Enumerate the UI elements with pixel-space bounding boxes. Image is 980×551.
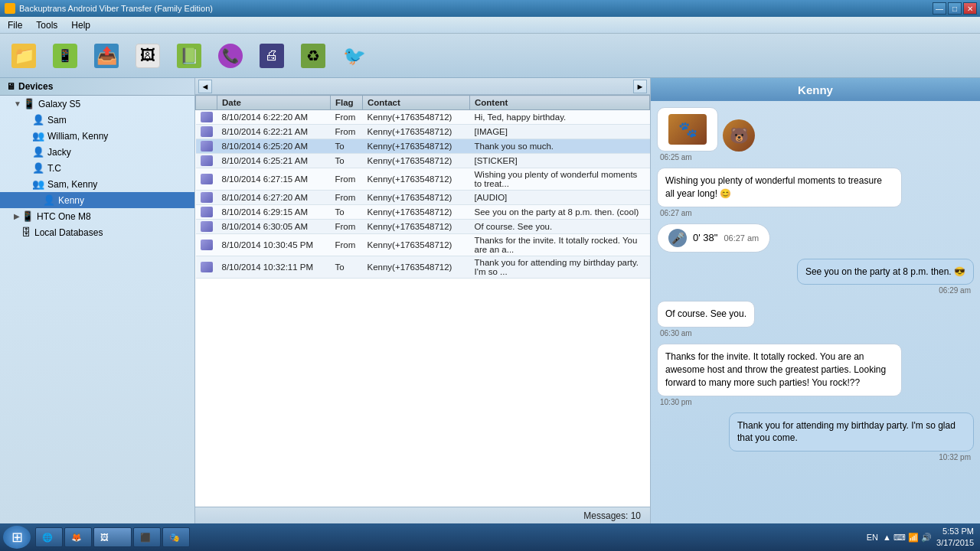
row-icon-cell	[196, 205, 217, 220]
col-flag[interactable]: Flag	[331, 96, 363, 110]
message-text: Thanks for the invite. It totally rocked…	[665, 351, 886, 388]
audio-duration: 0' 38"	[693, 232, 717, 243]
chat-contact-name: Kenny	[798, 83, 833, 96]
sidebar-item-tc[interactable]: ▶👤T.C	[0, 160, 194, 176]
table-toolbar: ◄ ►	[195, 78, 650, 95]
table-row[interactable]: 8/10/2014 6:22:21 AM From Kenny(+1763548…	[196, 125, 650, 139]
tree-node-label: Jacky	[47, 147, 71, 158]
tree-node-icon: 🗄	[21, 227, 31, 238]
sidebar-item-galaxy-s5[interactable]: ▼📱Galaxy S5	[0, 96, 194, 112]
table-row[interactable]: 8/10/2014 6:30:05 AM From Kenny(+1763548…	[196, 220, 650, 234]
taskbar: ⊞ 🌐 🦊 🖼 ⬛ 🎭 EN ▲ ⌨ 📶 🔊 5:53 PM 3/17/2015	[0, 523, 980, 551]
message-text: Of course. See you.	[665, 308, 746, 319]
row-icon-cell	[196, 168, 217, 191]
col-date[interactable]: Date	[217, 96, 331, 110]
table-body: 8/10/2014 6:22:20 AM From Kenny(+1763548…	[196, 110, 650, 279]
tree-node-label: Galaxy S5	[38, 99, 80, 109]
table-row[interactable]: 8/10/2014 6:22:20 AM From Kenny(+1763548…	[196, 110, 650, 125]
messages-count: Messages: 10	[583, 510, 641, 521]
chat-header: Kenny	[651, 78, 980, 101]
row-contact: Kenny(+1763548712)	[363, 168, 470, 191]
open-folder-button[interactable]: 📁	[6, 38, 41, 73]
tree-node-icon: 📱	[23, 98, 35, 109]
message-icon	[201, 262, 213, 272]
taskbar-ie[interactable]: 🌐	[35, 527, 63, 547]
expand-button[interactable]: ►	[633, 80, 647, 93]
row-content: [STICKER]	[470, 154, 650, 168]
row-flag: From	[331, 125, 363, 139]
message-bubble: Thanks for the invite. It totally rocked…	[657, 344, 902, 396]
message-icon	[201, 141, 213, 152]
table-row[interactable]: 8/10/2014 6:25:20 AM To Kenny(+176354871…	[196, 139, 650, 154]
message-icon	[201, 207, 213, 217]
row-icon-cell	[196, 154, 217, 168]
message-icon	[201, 112, 213, 122]
col-contact[interactable]: Contact	[363, 96, 470, 110]
col-content[interactable]: Content	[470, 96, 650, 110]
taskbar-tray: ▲ ⌨ 📶 🔊	[883, 533, 932, 543]
message-text: Thank you for attending my birthday part…	[737, 420, 956, 444]
sidebar: 🖥 Devices ▼📱Galaxy S5▶👤Sam▶👥William, Ken…	[0, 78, 195, 523]
taskbar-cmd[interactable]: ⬛	[133, 527, 161, 547]
tools-button[interactable]: 🐦	[337, 38, 372, 73]
table-row[interactable]: 8/10/2014 6:27:15 AM From Kenny(+1763548…	[196, 168, 650, 191]
chat-messages[interactable]: 🐾 🐻 06:25 am Wishing you plenty of wonde…	[651, 101, 980, 523]
table-scroll[interactable]: Date Flag Contact Content 8/10/2014 6:22…	[195, 95, 650, 507]
chat-message-incoming: Wishing you plenty of wonderful moments …	[657, 168, 974, 217]
export-button[interactable]: 📗	[172, 38, 207, 73]
table-row[interactable]: 8/10/2014 6:27:20 AM From Kenny(+1763548…	[196, 191, 650, 205]
sidebar-item-sam[interactable]: ▶👤Sam	[0, 112, 194, 128]
taskbar-photos[interactable]: 🖼	[93, 527, 132, 547]
table-row[interactable]: 8/10/2014 10:30:45 PM From Kenny(+176354…	[196, 234, 650, 256]
message-bubble: Thank you for attending my birthday part…	[729, 412, 974, 452]
sidebar-item-local-databases[interactable]: ▶🗄Local Databases	[0, 224, 194, 240]
tree-node-icon: 📱	[21, 210, 34, 222]
col-icon	[196, 96, 217, 110]
chat-message-incoming: 🐾 🐻 06:25 am	[657, 107, 974, 161]
audio-bubble[interactable]: 🎤 0' 38" 06:27 am	[657, 223, 770, 253]
phone-button[interactable]: 📞	[213, 38, 248, 73]
sidebar-item-htc-one-m8[interactable]: ▶📱HTC One M8	[0, 208, 194, 224]
row-icon-cell	[196, 256, 217, 279]
sidebar-item-william-kenny[interactable]: ▶👥William, Kenny	[0, 128, 194, 144]
row-date: 8/10/2014 6:27:20 AM	[217, 191, 331, 205]
start-button[interactable]: ⊞	[3, 526, 31, 549]
tree-node-icon: 👤	[32, 162, 44, 174]
menu-bar: File Tools Help	[0, 17, 980, 34]
maximize-button[interactable]: □	[948, 2, 962, 15]
menu-file[interactable]: File	[5, 18, 25, 32]
transfer-icon: 📤	[94, 44, 119, 68]
collapse-button[interactable]: ◄	[198, 80, 212, 93]
table-row[interactable]: 8/10/2014 6:25:21 AM To Kenny(+176354871…	[196, 154, 650, 168]
photo-button[interactable]: 🖼	[130, 38, 165, 73]
row-content: Wishing you plenty of wonderful moments …	[470, 168, 650, 191]
android-device-button[interactable]: 📱	[47, 38, 83, 73]
print-button[interactable]: 🖨	[254, 38, 289, 73]
row-flag: From	[331, 234, 363, 256]
sidebar-item-sam-kenny[interactable]: ▶👥Sam, Kenny	[0, 176, 194, 192]
table-row[interactable]: 8/10/2014 10:32:11 PM To Kenny(+17635487…	[196, 256, 650, 279]
avatar-image: 🐾	[668, 114, 707, 145]
recycle-button[interactable]: ♻	[296, 38, 331, 73]
taskbar-firefox[interactable]: 🦊	[64, 527, 92, 547]
sidebar-item-jacky[interactable]: ▶👤Jacky	[0, 144, 194, 160]
audio-play-button[interactable]: 🎤	[668, 229, 687, 247]
menu-help[interactable]: Help	[68, 18, 93, 32]
android-icon: 📱	[53, 44, 77, 68]
table-row[interactable]: 8/10/2014 6:29:15 AM To Kenny(+176354871…	[196, 205, 650, 220]
tools-icon: 🐦	[342, 44, 367, 68]
menu-tools[interactable]: Tools	[33, 18, 60, 32]
message-time: 10:30 pm	[657, 398, 695, 406]
close-button[interactable]: ✕	[963, 2, 977, 15]
minimize-button[interactable]: —	[933, 2, 946, 15]
row-icon-cell	[196, 125, 217, 139]
row-contact: Kenny(+1763548712)	[363, 220, 470, 234]
window-controls[interactable]: — □ ✕	[933, 2, 977, 15]
sidebar-item-kenny[interactable]: ▶👤Kenny	[0, 192, 194, 208]
transfer-button[interactable]: 📤	[89, 38, 124, 73]
row-date: 8/10/2014 10:32:11 PM	[217, 256, 331, 279]
folder-icon: 📁	[11, 44, 36, 68]
taskbar-app[interactable]: 🎭	[162, 527, 190, 547]
tree-node-icon: 👥	[32, 130, 44, 142]
clock-time: 5:53 PM	[936, 526, 974, 537]
